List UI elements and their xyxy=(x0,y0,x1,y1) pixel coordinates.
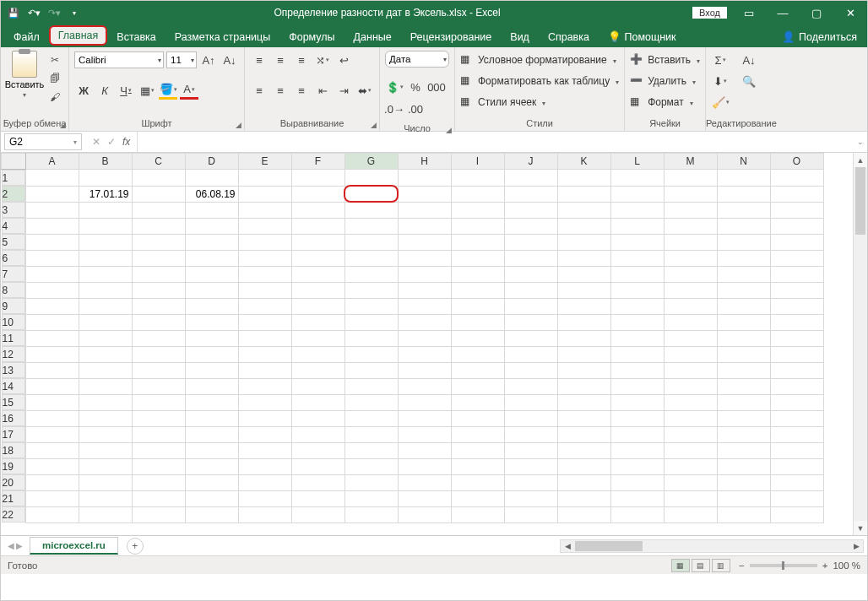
row-header-14[interactable]: 14 xyxy=(2,378,25,394)
cell-D5[interactable] xyxy=(185,234,238,250)
cell-O14[interactable] xyxy=(770,378,823,394)
column-header-H[interactable]: H xyxy=(398,154,451,170)
cell-E13[interactable] xyxy=(238,362,291,378)
cell-F8[interactable] xyxy=(291,282,344,298)
font-launcher-icon[interactable]: ◢ xyxy=(236,121,241,129)
cell-B6[interactable] xyxy=(79,250,132,266)
cell-L16[interactable] xyxy=(610,410,664,426)
cell-N20[interactable] xyxy=(717,474,770,490)
cell-H19[interactable] xyxy=(398,458,451,474)
borders-button[interactable]: ▦ xyxy=(138,81,156,100)
cell-B19[interactable] xyxy=(79,458,132,474)
cell-D16[interactable] xyxy=(185,410,238,426)
cell-A2[interactable] xyxy=(25,186,79,202)
cell-H9[interactable] xyxy=(398,298,451,314)
cell-L7[interactable] xyxy=(610,266,664,282)
align-middle-icon[interactable]: ≡ xyxy=(271,51,290,69)
cell-L2[interactable] xyxy=(610,186,664,202)
cell-N3[interactable] xyxy=(717,202,770,218)
cell-L1[interactable] xyxy=(610,170,664,187)
fill-icon[interactable]: ⬇ xyxy=(711,72,730,90)
cell-I22[interactable] xyxy=(451,506,504,522)
cell-L11[interactable] xyxy=(610,330,664,346)
cell-E11[interactable] xyxy=(238,330,291,346)
increase-decimal-icon[interactable]: .0→ xyxy=(385,100,404,118)
cell-M21[interactable] xyxy=(664,490,717,506)
cell-D17[interactable] xyxy=(185,426,238,442)
cell-B2[interactable]: 17.01.19 xyxy=(79,186,132,202)
cell-O21[interactable] xyxy=(770,490,823,506)
cell-I13[interactable] xyxy=(451,362,504,378)
cell-M11[interactable] xyxy=(664,330,717,346)
cell-G11[interactable] xyxy=(344,330,398,346)
cell-N8[interactable] xyxy=(717,282,770,298)
alignment-launcher-icon[interactable]: ◢ xyxy=(371,121,377,129)
cell-B20[interactable] xyxy=(79,474,132,490)
cell-E3[interactable] xyxy=(238,202,291,218)
maximize-icon[interactable]: ▢ xyxy=(800,1,833,24)
cell-N12[interactable] xyxy=(717,346,770,362)
formula-expand-icon[interactable]: ⌄ xyxy=(853,138,867,146)
comma-format-icon[interactable]: 000 xyxy=(427,78,446,96)
row-header-5[interactable]: 5 xyxy=(2,234,25,250)
cell-N18[interactable] xyxy=(717,442,770,458)
cell-H2[interactable] xyxy=(398,186,451,202)
cell-O16[interactable] xyxy=(770,410,823,426)
percent-format-icon[interactable]: % xyxy=(406,78,425,96)
cell-G16[interactable] xyxy=(344,410,398,426)
view-page-break-icon[interactable]: ▥ xyxy=(712,559,730,572)
cell-H15[interactable] xyxy=(398,394,451,410)
minimize-icon[interactable]: — xyxy=(766,1,800,24)
column-header-N[interactable]: N xyxy=(717,154,770,170)
cell-J17[interactable] xyxy=(504,426,557,442)
row-header-19[interactable]: 19 xyxy=(2,458,25,474)
cell-J12[interactable] xyxy=(504,346,557,362)
row-header-11[interactable]: 11 xyxy=(2,330,25,346)
cell-E5[interactable] xyxy=(238,234,291,250)
cell-J22[interactable] xyxy=(504,506,557,522)
cell-F20[interactable] xyxy=(291,474,344,490)
cell-D4[interactable] xyxy=(185,218,238,234)
cell-F18[interactable] xyxy=(291,442,344,458)
cell-A12[interactable] xyxy=(25,346,79,362)
font-size-combo[interactable]: 11▾ xyxy=(166,51,197,68)
cell-B9[interactable] xyxy=(79,298,132,314)
login-button[interactable]: Вход xyxy=(692,7,727,19)
cell-M5[interactable] xyxy=(664,234,717,250)
cell-C11[interactable] xyxy=(132,330,185,346)
cell-O13[interactable] xyxy=(770,362,823,378)
cell-J7[interactable] xyxy=(504,266,557,282)
cell-M16[interactable] xyxy=(664,410,717,426)
align-left-icon[interactable]: ≡ xyxy=(250,81,269,100)
cell-E9[interactable] xyxy=(238,298,291,314)
cell-F2[interactable] xyxy=(291,186,344,202)
cell-A5[interactable] xyxy=(25,234,79,250)
cell-K6[interactable] xyxy=(557,250,610,266)
cell-L9[interactable] xyxy=(610,298,664,314)
cell-D20[interactable] xyxy=(185,474,238,490)
cell-J3[interactable] xyxy=(504,202,557,218)
cell-G9[interactable] xyxy=(344,298,398,314)
copy-icon[interactable]: 🗐 xyxy=(46,71,63,86)
cell-K15[interactable] xyxy=(557,394,610,410)
cell-F17[interactable] xyxy=(291,426,344,442)
cell-J9[interactable] xyxy=(504,298,557,314)
cell-A4[interactable] xyxy=(25,218,79,234)
cell-M7[interactable] xyxy=(664,266,717,282)
cell-C4[interactable] xyxy=(132,218,185,234)
cell-G15[interactable] xyxy=(344,394,398,410)
cell-N10[interactable] xyxy=(717,314,770,330)
cell-J5[interactable] xyxy=(504,234,557,250)
cell-E20[interactable] xyxy=(238,474,291,490)
cell-D14[interactable] xyxy=(185,378,238,394)
cell-C18[interactable] xyxy=(132,442,185,458)
tab-insert[interactable]: Вставка xyxy=(107,27,165,47)
cell-F1[interactable] xyxy=(291,170,344,187)
cell-O15[interactable] xyxy=(770,394,823,410)
row-header-15[interactable]: 15 xyxy=(2,394,25,410)
cell-G12[interactable] xyxy=(344,346,398,362)
cell-A9[interactable] xyxy=(25,298,79,314)
cell-G18[interactable] xyxy=(344,442,398,458)
cell-E18[interactable] xyxy=(238,442,291,458)
cell-J10[interactable] xyxy=(504,314,557,330)
